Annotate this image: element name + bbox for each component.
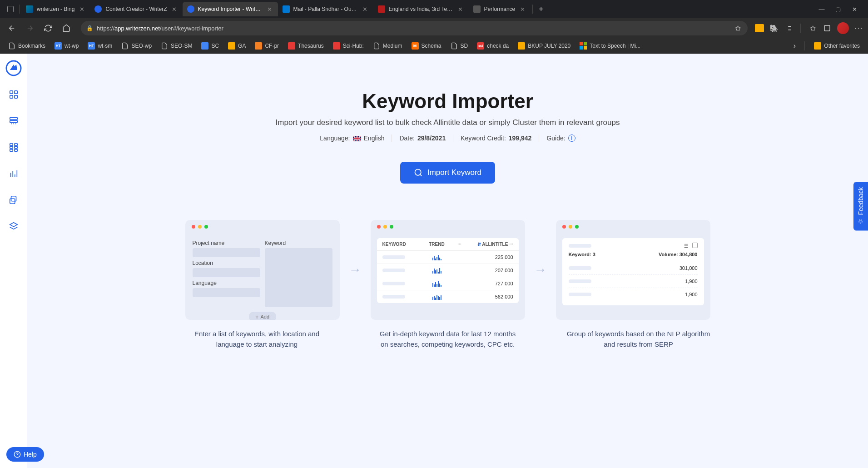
star-icon: ☆ bbox=[857, 218, 864, 225]
evernote-icon[interactable]: 🐘 bbox=[769, 24, 779, 33]
traffic-light-dot bbox=[192, 225, 195, 229]
bookmark-item[interactable]: HTwt-sm bbox=[84, 40, 116, 51]
checkbox-icon bbox=[692, 243, 698, 248]
bookmark-item[interactable]: SD bbox=[447, 40, 472, 51]
browser-tab-active[interactable]: Keyword Importer - WriterZ ✕ bbox=[183, 2, 278, 16]
bookmark-item[interactable]: Sci-Hub: bbox=[329, 40, 367, 51]
bookmark-item[interactable]: SEO-wp bbox=[118, 40, 155, 51]
bookmark-item[interactable]: MSchema bbox=[408, 40, 445, 51]
traffic-light-dot bbox=[198, 225, 202, 229]
uk-flag-icon bbox=[353, 135, 361, 141]
arrow-right-icon: → bbox=[534, 263, 547, 277]
sidebar-topic-discovery[interactable] bbox=[5, 113, 22, 129]
collections-icon[interactable] bbox=[823, 24, 832, 33]
bookmark-item[interactable]: GA bbox=[224, 40, 249, 51]
arrow-right-icon: → bbox=[349, 263, 362, 277]
writerzen-icon bbox=[94, 5, 102, 13]
extensions-icon[interactable] bbox=[784, 24, 793, 33]
bookmark-item[interactable]: Thesaurus bbox=[284, 40, 327, 51]
tab-actions-icon[interactable] bbox=[7, 6, 14, 12]
caption-2: Get in-depth keyword data for last 12 mo… bbox=[371, 329, 525, 349]
browser-tab[interactable]: Mail - Palla Sridhar - Outloo ✕ bbox=[278, 2, 373, 16]
sidebar-dashboard[interactable] bbox=[5, 86, 22, 103]
maximize-button[interactable]: ▢ bbox=[833, 5, 843, 14]
forward-button[interactable] bbox=[23, 21, 37, 35]
bing-icon bbox=[26, 5, 33, 13]
outlook-icon bbox=[283, 5, 290, 13]
info-icon[interactable]: i bbox=[568, 134, 575, 142]
credit-value: 199,942 bbox=[509, 134, 532, 142]
reading-list-icon[interactable]: ✩ bbox=[733, 24, 742, 33]
language-input-placeholder bbox=[193, 288, 260, 297]
close-icon[interactable]: ✕ bbox=[362, 5, 369, 13]
project-label: Project name bbox=[193, 240, 260, 246]
browser-tab[interactable]: Content Creator - WriterZ ✕ bbox=[90, 2, 182, 16]
col-trend: TREND bbox=[419, 242, 455, 247]
new-tab-button[interactable]: + bbox=[535, 3, 547, 15]
favorites-icon[interactable]: ✩ bbox=[808, 24, 817, 33]
bookmark-item[interactable]: SEO-SM bbox=[157, 40, 196, 51]
sidebar-plagiarism[interactable] bbox=[5, 192, 22, 208]
bookmark-item[interactable]: Text to Speech | Mi... bbox=[576, 40, 644, 51]
traffic-light-dot bbox=[204, 225, 208, 229]
bookmark-item[interactable]: Bookmarks bbox=[5, 40, 49, 51]
help-icon bbox=[14, 451, 21, 458]
close-icon[interactable]: ✕ bbox=[457, 5, 464, 13]
svg-rect-11 bbox=[10, 144, 12, 146]
bookmark-item[interactable]: SC bbox=[198, 40, 223, 51]
import-keyword-button[interactable]: Import Keyword bbox=[400, 162, 495, 184]
col-allintitle: ALLINTITLE bbox=[482, 242, 508, 247]
bookmark-item[interactable]: BKUP JULY 2020 bbox=[514, 40, 574, 51]
col-keyword: KEYWORD bbox=[382, 242, 419, 247]
help-button[interactable]: Help bbox=[6, 447, 44, 462]
lock-icon: 🔒 bbox=[86, 25, 93, 31]
user-avatar[interactable] bbox=[837, 22, 849, 34]
allintitle-value: 727,000 bbox=[455, 281, 513, 286]
other-favorites[interactable]: Other favorites bbox=[810, 40, 863, 51]
bookmark-overflow-button[interactable]: › bbox=[790, 41, 799, 50]
app-logo[interactable] bbox=[5, 60, 22, 76]
bookmark-item[interactable]: sstcheck da bbox=[473, 40, 512, 51]
bookmarks-bar: Bookmarks HTwt-wp HTwt-sm SEO-wp SEO-SM … bbox=[0, 38, 868, 54]
bookmark-item[interactable]: CF-pr bbox=[251, 40, 283, 51]
svg-point-24 bbox=[415, 169, 421, 175]
browser-tab[interactable]: writerzen - Bing ✕ bbox=[21, 2, 90, 16]
nav-bar: 🔒 https://app.writerzen.net/user#/keywor… bbox=[0, 18, 868, 38]
traffic-light-dot bbox=[383, 225, 387, 229]
traffic-light-dot bbox=[390, 225, 393, 229]
menu-button[interactable]: ··· bbox=[854, 24, 863, 33]
feedback-button[interactable]: ☆ Feedback bbox=[853, 182, 868, 230]
sidebar-keyword-explorer[interactable] bbox=[5, 139, 22, 155]
writerzen-icon bbox=[187, 5, 194, 13]
close-icon[interactable]: ✕ bbox=[78, 5, 85, 13]
refresh-button[interactable] bbox=[41, 21, 55, 35]
list-icon bbox=[682, 243, 689, 249]
ext-icon[interactable] bbox=[755, 24, 764, 32]
meta-row: Language: English Date: 29/8/2021 Keywor… bbox=[45, 134, 850, 142]
back-button[interactable] bbox=[5, 21, 19, 35]
keyword-label: Keyword bbox=[265, 240, 332, 246]
illustration-card-3: Keyword: 3 Volume: 304,800 301,000 1,900 bbox=[556, 220, 710, 320]
close-icon[interactable]: ✕ bbox=[266, 5, 273, 13]
bookmark-item[interactable]: HTwt-wp bbox=[51, 40, 82, 51]
tab-title: Performance bbox=[484, 6, 516, 12]
svg-rect-3 bbox=[14, 91, 17, 94]
credit-label: Keyword Credit: bbox=[461, 134, 506, 142]
close-window-button[interactable]: ✕ bbox=[850, 5, 859, 14]
language-value: English bbox=[364, 134, 385, 142]
close-icon[interactable]: ✕ bbox=[171, 5, 178, 13]
browser-tab[interactable]: Performance ✕ bbox=[469, 2, 531, 16]
svg-rect-2 bbox=[10, 91, 12, 94]
close-icon[interactable]: ✕ bbox=[519, 5, 526, 13]
add-button-placeholder: + Add bbox=[249, 312, 276, 320]
keyword-count: Keyword: 3 bbox=[569, 252, 595, 257]
sidebar-keyword-importer[interactable] bbox=[5, 218, 22, 234]
address-bar[interactable]: 🔒 https://app.writerzen.net/user#/keywor… bbox=[81, 21, 748, 35]
browser-tab[interactable]: England vs India, 3rd Test D ✕ bbox=[373, 2, 469, 16]
home-button[interactable] bbox=[59, 21, 74, 35]
minimize-button[interactable]: — bbox=[817, 5, 826, 14]
allintitle-value: 225,000 bbox=[455, 254, 513, 260]
bookmark-item[interactable]: Medium bbox=[369, 40, 406, 51]
sidebar-content-creator[interactable] bbox=[5, 165, 22, 182]
app-sidebar bbox=[0, 54, 27, 468]
